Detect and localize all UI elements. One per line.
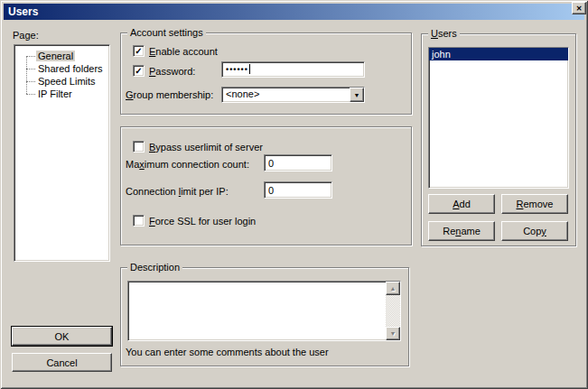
- tree-item-label: Speed Limits: [36, 76, 98, 87]
- copy-button[interactable]: Copy: [501, 221, 568, 241]
- connection-limit-label: Connection limit per IP:: [126, 186, 229, 198]
- bypass-userlimit-label: Bypass userlimit of server: [149, 142, 263, 153]
- enable-account-label: Enable account: [149, 46, 218, 58]
- password-value: ••••••: [226, 65, 248, 74]
- add-button[interactable]: Add: [428, 194, 495, 214]
- rename-button[interactable]: Rename: [428, 221, 495, 241]
- scroll-down-button[interactable]: ▼: [386, 327, 400, 340]
- account-settings-title: Account settings: [127, 28, 206, 38]
- description-title: Description: [127, 263, 182, 273]
- scroll-up-icon: ▲: [390, 285, 397, 292]
- remove-button-label: Remove: [517, 199, 554, 209]
- tree-rows: General Shared folders Speed Limits IP F…: [14, 50, 109, 100]
- connection-limit-input[interactable]: [264, 181, 332, 199]
- users-group-title: Users: [428, 29, 460, 39]
- titlebar: Users: [4, 4, 584, 20]
- tree-item-label: General: [36, 51, 75, 61]
- copy-button-label: Copy: [523, 226, 546, 236]
- page-tree: General Shared folders Speed Limits IP F…: [14, 44, 110, 262]
- window-title: Users: [4, 5, 38, 18]
- close-icon: ✕: [576, 5, 583, 13]
- chevron-down-icon: ▼: [354, 92, 360, 98]
- tree-item-label: Shared folders: [36, 63, 105, 74]
- user-name: john: [432, 49, 451, 60]
- users-list: john: [428, 47, 569, 189]
- tree-item-shared-folders[interactable]: Shared folders: [14, 62, 109, 75]
- remove-button[interactable]: Remove: [501, 194, 568, 214]
- password-field[interactable]: ••••••: [221, 61, 365, 78]
- cancel-button[interactable]: Cancel: [12, 353, 112, 372]
- bypass-userlimit-checkbox[interactable]: [133, 141, 145, 153]
- close-button[interactable]: ✕: [572, 2, 586, 14]
- max-connection-label: Maximum connection count:: [126, 159, 249, 171]
- users-dialog: Users ✕ Page: General Shared folders Spe…: [0, 0, 588, 389]
- tree-item-general[interactable]: General: [14, 50, 109, 62]
- add-button-label: Add: [453, 199, 471, 209]
- cancel-button-label: Cancel: [46, 357, 77, 368]
- user-list-item-john[interactable]: john: [429, 48, 568, 60]
- password-checkbox[interactable]: ✓: [133, 65, 145, 77]
- ok-button[interactable]: OK: [12, 327, 112, 346]
- description-hint: You can enter some comments about the us…: [126, 347, 329, 358]
- page-label: Page:: [13, 30, 39, 42]
- ok-button-label: OK: [55, 331, 70, 342]
- tree-item-label: IP Filter: [36, 88, 74, 99]
- tree-item-speed-limits[interactable]: Speed Limits: [14, 75, 109, 88]
- checkmark-icon: ✓: [135, 46, 142, 56]
- group-membership-select[interactable]: <none> ▼: [221, 87, 365, 103]
- tree-item-ip-filter[interactable]: IP Filter: [14, 88, 109, 100]
- password-label: Password:: [149, 66, 195, 78]
- text-caret: [249, 64, 250, 74]
- group-membership-label: Group membership:: [126, 89, 213, 101]
- force-ssl-label: Force SSL for user login: [149, 216, 256, 227]
- rename-button-label: Rename: [443, 226, 481, 236]
- scroll-up-button[interactable]: ▲: [386, 282, 400, 295]
- description-scrollbar[interactable]: ▲ ▼: [386, 282, 400, 340]
- enable-account-checkbox[interactable]: ✓: [133, 45, 145, 57]
- checkmark-icon: ✓: [135, 66, 142, 76]
- dropdown-button[interactable]: ▼: [350, 88, 364, 102]
- description-textarea[interactable]: ▲ ▼: [127, 281, 401, 341]
- max-connection-input[interactable]: [264, 154, 332, 171]
- scroll-down-icon: ▼: [390, 330, 397, 337]
- scrollbar-track[interactable]: [386, 295, 400, 327]
- group-membership-value: <none>: [222, 88, 364, 101]
- force-ssl-checkbox[interactable]: [133, 215, 145, 227]
